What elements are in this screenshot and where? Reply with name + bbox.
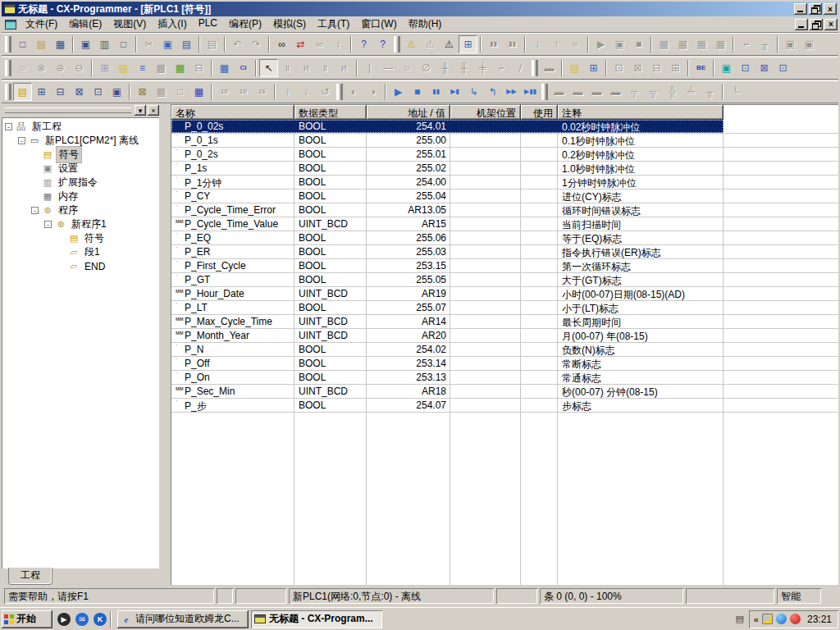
program-check-button[interactable]: ▬: [540, 59, 559, 77]
trace-clear-button[interactable]: ╥: [701, 83, 719, 101]
force-on-button[interactable]: ↑: [278, 83, 297, 101]
send-changes-button[interactable]: ◑: [363, 83, 382, 101]
find-button[interactable]: ∞: [272, 35, 291, 53]
monitor-mode-button[interactable]: ▣: [610, 35, 629, 53]
memory-view-button[interactable]: ⊞: [584, 59, 603, 77]
transfer-to-plc-button[interactable]: ↓: [528, 35, 547, 53]
symbol-row-P_0_2s[interactable]: `P_0_2sBOOL255.010.2秒时钟脉冲位: [171, 148, 838, 162]
trace-marks-button[interactable]: ╬: [663, 83, 682, 101]
menu-item-4[interactable]: 插入(I): [152, 16, 192, 33]
branch-corner-button[interactable]: └: [726, 83, 745, 101]
symbol-row-P_1s[interactable]: `P_1sBOOL255.021.0秒时钟脉冲位: [171, 162, 838, 176]
move-comment-button[interactable]: ⊞: [666, 59, 685, 77]
new-closed-coil-button[interactable]: ∅: [417, 59, 436, 77]
start-button[interactable]: 开始: [2, 610, 52, 628]
symbol-row-P_EQ[interactable]: `P_EQBOOL255.06等于(EQ)标志: [171, 231, 838, 245]
menu-item-10[interactable]: 帮助(H): [403, 16, 448, 33]
new-file-button[interactable]: □: [13, 35, 32, 53]
pane-grip[interactable]: [5, 107, 131, 113]
window-coils-button[interactable]: ⊠: [755, 59, 774, 77]
transfer-from-plc-button[interactable]: ↑: [547, 35, 566, 53]
open-file-button[interactable]: ▤: [32, 35, 51, 53]
symbol-row-P_Off[interactable]: `P_OffBOOL253.14常断标志: [171, 357, 838, 371]
step-trace-button[interactable]: ⌐: [737, 35, 756, 53]
symbol-row-P_N[interactable]: `P_NBOOL254.02负数(N)标志: [171, 343, 838, 357]
data-trace-button[interactable]: □: [171, 83, 189, 101]
minimize-button[interactable]: [794, 3, 807, 15]
show-rung-comment-button[interactable]: ▦: [171, 59, 189, 77]
show-io-comment-window-button[interactable]: ▣: [107, 83, 126, 101]
menu-item-1[interactable]: 文件(F): [20, 16, 63, 33]
set-mark-button[interactable]: ▬: [587, 83, 606, 101]
restore-button[interactable]: [809, 3, 822, 15]
horizontal-line-button[interactable]: —: [379, 59, 398, 77]
symbol-row-P_Cycle_Time_Value[interactable]: ммP_Cycle_Time_ValueUINT_BCDAR15当前扫描时间: [171, 217, 838, 231]
show-output-window-button[interactable]: ⊞: [32, 83, 51, 101]
symbol-row-P_CY[interactable]: `P_CYBOOL255.04进位(CY)标志: [171, 189, 838, 203]
context-help-button[interactable]: ?: [373, 35, 392, 53]
column-header-6[interactable]: 注释: [558, 105, 724, 120]
menu-item-8[interactable]: 工具(T): [312, 16, 355, 33]
close-button[interactable]: ×: [824, 3, 837, 15]
program-mode-button[interactable]: ■: [629, 35, 648, 53]
menu-item-9[interactable]: 窗口(W): [355, 16, 402, 33]
update-icon[interactable]: [776, 614, 787, 624]
show-address-window-button[interactable]: ⊡: [89, 83, 107, 101]
security-alert-icon[interactable]: [790, 614, 801, 624]
compare-with-plc-button[interactable]: ≈: [566, 35, 585, 53]
validate-program-button[interactable]: ⚠: [421, 35, 440, 53]
tab-project[interactable]: 工程: [8, 568, 52, 585]
pulse-monitor-button[interactable]: ╦: [644, 83, 663, 101]
window-values-button[interactable]: ⊡: [774, 59, 792, 77]
clear-marks-button[interactable]: ▬: [606, 83, 625, 101]
memory-area-4-button[interactable]: ▦: [711, 35, 730, 53]
rename-symbol-button[interactable]: ↕: [329, 35, 348, 53]
new-coil-button[interactable]: ○: [398, 59, 417, 77]
child-close-button[interactable]: ×: [824, 19, 838, 30]
sim-step-run-button[interactable]: ▶▮: [445, 83, 464, 101]
copy-button[interactable]: ▣: [158, 35, 177, 53]
column-header-4[interactable]: 机架位置: [450, 105, 521, 120]
symbol-row-P_First_Cycle[interactable]: `P_First_CycleBOOL253.15第一次循环标志: [171, 259, 838, 273]
monitor-signed-decimal-button[interactable]: 10: [234, 83, 253, 101]
break-point-button[interactable]: ▬: [550, 83, 568, 101]
tree-item-new-program[interactable]: -⊛新程序1: [3, 217, 159, 231]
toolbar-drag-handle[interactable]: [5, 84, 11, 100]
symbol-row-P_步[interactable]: `P_步BOOL254.07步标志: [171, 399, 838, 413]
new-plf-contact-button[interactable]: ╫: [454, 59, 473, 77]
media-player-icon[interactable]: ▶: [57, 613, 71, 626]
io-table-button[interactable]: ▣: [781, 35, 800, 53]
io-comment-button[interactable]: ⊡: [609, 59, 628, 77]
monitor-data-button[interactable]: ▦: [152, 83, 171, 101]
tray-chevron-icon[interactable]: «: [754, 614, 759, 624]
new-contact-button[interactable]: ||: [278, 59, 297, 77]
messenger-icon[interactable]: ✉: [75, 613, 89, 626]
menu-item-5[interactable]: PLC: [193, 16, 223, 33]
tree-collapse-toggle[interactable]: -: [18, 137, 25, 144]
column-header-5[interactable]: 使用: [521, 105, 558, 120]
zoom-cut-button[interactable]: ⊗: [32, 59, 51, 77]
validate-symbols-button[interactable]: ⚠: [402, 35, 421, 53]
tree-collapse-toggle[interactable]: -: [31, 207, 39, 214]
sim-pause-button[interactable]: ▮▮: [427, 83, 445, 101]
symbol-row-P_LT[interactable]: `P_LTBOOL255.07小于(LT)标志: [171, 301, 838, 315]
pane-splitter[interactable]: [161, 104, 171, 585]
force-cancel-button[interactable]: ↺: [316, 83, 335, 101]
replace-button[interactable]: ⇄: [291, 35, 310, 53]
delete-comment-button[interactable]: ⊠: [628, 59, 647, 77]
tree-item-end[interactable]: ▱END: [3, 259, 159, 273]
sim-run-button[interactable]: ▶: [389, 83, 408, 101]
sim-stop-button[interactable]: ■: [408, 83, 427, 101]
pause-trigger-button[interactable]: ▮▮: [503, 35, 522, 53]
symbol-row-P_1分钟[interactable]: `P_1分钟BOOL254.001分钟时钟脉冲位: [171, 176, 838, 189]
zoom-in-button[interactable]: ⊕: [51, 59, 70, 77]
tree-item-programs[interactable]: -⊛程序: [3, 203, 159, 217]
new-or-contact-button[interactable]: ||: [316, 59, 335, 77]
toolbar-drag-handle[interactable]: [336, 84, 342, 100]
menu-item-6[interactable]: 编程(P): [223, 16, 267, 33]
toolbar-drag-handle[interactable]: [394, 36, 399, 52]
task-button-browser[interactable]: e请问哪位知道欧姆龙C...: [117, 610, 249, 628]
symbol-row-P_GT[interactable]: `P_GTBOOL255.05大于(GT)标志: [171, 273, 838, 287]
symbol-row-P_Sec_Min[interactable]: ммP_Sec_MinUINT_BCDAR18秒(00-07) 分钟(08-15…: [171, 385, 838, 399]
symbol-stack-button[interactable]: ▤: [565, 59, 584, 77]
